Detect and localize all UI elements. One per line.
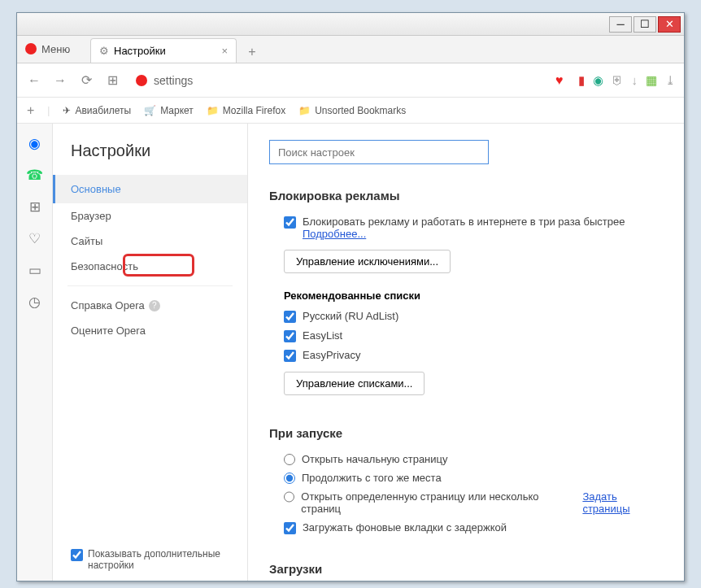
- show-advanced-checkbox[interactable]: Показывать дополнительные настройки: [71, 548, 226, 571]
- speed-dial-icon[interactable]: ⊞: [103, 72, 121, 89]
- settings-content: Блокировка рекламы Блокировать рекламу и…: [248, 124, 684, 581]
- close-window-button[interactable]: ✕: [658, 16, 681, 33]
- learn-more-link[interactable]: Подробнее...: [303, 228, 366, 240]
- main-area: ◉ ☎ ⊞ ♡ ▭ ◷ Настройки Основные Браузер С…: [17, 124, 684, 581]
- list-checkbox[interactable]: [284, 350, 296, 362]
- reload-button[interactable]: ⟳: [77, 72, 95, 89]
- bookmark-item[interactable]: ✈Авиабилеты: [63, 105, 131, 116]
- minimize-button[interactable]: ─: [609, 16, 632, 33]
- list-checkbox[interactable]: [284, 330, 296, 342]
- forward-button[interactable]: →: [51, 72, 69, 89]
- checkbox[interactable]: [71, 549, 83, 561]
- startup-radio-pages[interactable]: [284, 491, 294, 503]
- bookmarks-bar: + | ✈Авиабилеты 🛒Маркет 📁Mozilla Firefox…: [17, 98, 684, 124]
- section-title: При запуске: [269, 426, 663, 440]
- extension-icon[interactable]: ▦: [646, 73, 657, 88]
- menu-label: Меню: [41, 43, 70, 55]
- tab-title: Настройки: [114, 45, 166, 57]
- startup-radio-continue[interactable]: [284, 473, 295, 484]
- titlebar: ─ ☐ ✕: [17, 13, 684, 36]
- section-title: Блокировка рекламы: [269, 189, 663, 203]
- download-icon[interactable]: ⤓: [665, 73, 676, 88]
- sidebar-rate[interactable]: Оцените Opera: [53, 318, 247, 343]
- opera-icon: [25, 43, 37, 54]
- bookmark-folder[interactable]: 📁Unsorted Bookmarks: [298, 105, 406, 116]
- new-tab-button[interactable]: +: [242, 41, 263, 63]
- tab-bar: Меню ⚙ Настройки × +: [17, 36, 684, 63]
- question-icon: ?: [149, 300, 160, 311]
- sidebar-item-browser[interactable]: Браузер: [53, 203, 247, 229]
- page-title: Настройки: [53, 142, 247, 175]
- search-settings-input[interactable]: [269, 140, 489, 164]
- block-ads-checkbox[interactable]: [284, 216, 296, 229]
- manage-lists-button[interactable]: Управление списками...: [284, 372, 425, 395]
- sidebar-cat-main[interactable]: Основные: [53, 175, 247, 203]
- settings-sidebar: Настройки Основные Браузер Сайты Безопас…: [53, 124, 248, 581]
- url-input[interactable]: [154, 74, 549, 87]
- close-tab-icon[interactable]: ×: [221, 45, 228, 57]
- whatsapp-icon[interactable]: ☎: [26, 167, 43, 184]
- tab-settings[interactable]: ⚙ Настройки ×: [90, 38, 237, 63]
- toolbar-extensions: ▮ ◉ ⛨ ↓ ▦ ⤓: [578, 73, 677, 88]
- history-icon[interactable]: ◷: [28, 294, 41, 311]
- section-downloads: Загрузки Папка загрузки: Изменить...: [269, 562, 663, 581]
- sidebar-help[interactable]: Справка Opera ?: [53, 293, 247, 318]
- speed-dial-icon[interactable]: ⊞: [29, 198, 41, 216]
- heart-icon[interactable]: ♡: [28, 230, 41, 247]
- set-pages-link[interactable]: Задать страницы: [582, 490, 663, 515]
- plane-icon: ✈: [63, 105, 71, 116]
- manage-exceptions-button[interactable]: Управление исключениями...: [284, 250, 451, 273]
- extension-icon[interactable]: ⛨: [612, 73, 624, 87]
- section-adblock: Блокировка рекламы Блокировать рекламу и…: [269, 189, 663, 402]
- opera-icon: [136, 75, 147, 86]
- folder-icon: 📁: [207, 105, 219, 116]
- maximize-button[interactable]: ☐: [634, 16, 656, 33]
- sidebar-item-sites[interactable]: Сайты: [53, 229, 247, 254]
- folder-icon: 📁: [298, 105, 311, 116]
- delay-tabs-checkbox[interactable]: [284, 522, 296, 534]
- app-window: ─ ☐ ✕ Меню ⚙ Настройки × + ← → ⟳ ⊞ ♥ ▮ ◉…: [16, 12, 685, 581]
- opera-menu[interactable]: Меню: [17, 35, 90, 63]
- add-bookmark-button[interactable]: +: [27, 103, 34, 118]
- messenger-icon[interactable]: ◉: [28, 135, 41, 152]
- sidebar-item-security[interactable]: Безопасность: [53, 254, 247, 279]
- startup-radio-startpage[interactable]: [284, 454, 295, 465]
- gear-icon: ⚙: [99, 45, 109, 57]
- download-icon[interactable]: ↓: [632, 73, 638, 87]
- cart-icon: 🛒: [144, 105, 156, 116]
- section-title: Загрузки: [269, 562, 663, 576]
- recommended-lists-heading: Рекомендованные списки: [284, 290, 663, 302]
- list-checkbox[interactable]: [284, 311, 296, 323]
- bookmark-heart-icon[interactable]: ♥: [555, 73, 564, 88]
- news-icon[interactable]: ▭: [28, 262, 41, 279]
- extension-icon[interactable]: ▮: [578, 73, 585, 88]
- bookmark-folder[interactable]: 📁Mozilla Firefox: [207, 105, 285, 116]
- left-rail: ◉ ☎ ⊞ ♡ ▭ ◷: [17, 124, 53, 581]
- extension-icon[interactable]: ◉: [593, 73, 603, 88]
- address-bar: ← → ⟳ ⊞ ♥ ▮ ◉ ⛨ ↓ ▦ ⤓: [17, 63, 684, 98]
- section-startup: При запуске Открыть начальную страницу П…: [269, 426, 663, 538]
- url-box[interactable]: ♥: [129, 70, 570, 91]
- back-button[interactable]: ←: [25, 72, 43, 89]
- bookmark-item[interactable]: 🛒Маркет: [144, 105, 194, 116]
